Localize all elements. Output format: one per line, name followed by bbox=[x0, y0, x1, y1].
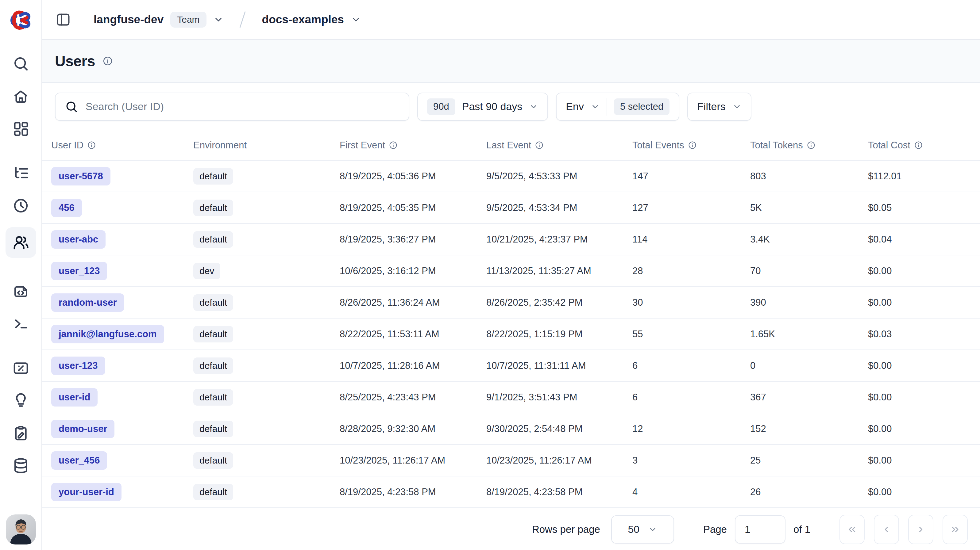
environment-badge: default bbox=[193, 389, 233, 406]
environment-badge: default bbox=[193, 168, 233, 185]
breadcrumb-divider bbox=[239, 11, 245, 28]
info-icon[interactable] bbox=[535, 141, 544, 150]
environment-badge: default bbox=[193, 357, 233, 374]
user-id-badge[interactable]: random-user bbox=[51, 293, 124, 312]
environment-badge: dev bbox=[193, 263, 220, 279]
total-cost-cell: $0.05 bbox=[859, 202, 980, 213]
total-tokens-cell: 803 bbox=[741, 171, 859, 182]
table-body: user-5678 default 8/19/2025, 4:05:36 PM … bbox=[42, 160, 980, 508]
column-header[interactable]: First Event bbox=[331, 140, 477, 151]
tracing-icon[interactable] bbox=[6, 162, 36, 184]
column-header[interactable]: Last Event bbox=[477, 140, 623, 151]
user-id-badge[interactable]: your-user-id bbox=[51, 483, 121, 501]
date-range-button[interactable]: 90d Past 90 days bbox=[417, 93, 548, 121]
org-name: langfuse-dev bbox=[94, 13, 164, 26]
last-event-cell: 9/1/2025, 3:51:43 PM bbox=[477, 392, 623, 403]
user-id-badge[interactable]: user-id bbox=[51, 388, 97, 407]
chevron-down-icon bbox=[529, 102, 538, 111]
environment-badge: default bbox=[193, 200, 233, 216]
user-id-badge[interactable]: user-5678 bbox=[51, 167, 110, 185]
playground-terminal-icon[interactable] bbox=[6, 313, 36, 335]
project-selector[interactable]: docs-examples bbox=[262, 13, 361, 26]
user-id-badge[interactable]: user-abc bbox=[51, 230, 105, 249]
insights-lightbulb-icon[interactable] bbox=[6, 390, 36, 412]
annotation-clipboard-icon[interactable] bbox=[6, 422, 36, 444]
environment-badge: default bbox=[193, 452, 233, 469]
total-cost-cell: $0.00 bbox=[859, 455, 980, 466]
environment-filter-button[interactable]: Env 5 selected bbox=[556, 93, 679, 121]
first-event-cell: 8/26/2025, 11:36:24 AM bbox=[331, 297, 477, 308]
project-name: docs-examples bbox=[262, 13, 344, 26]
table-row[interactable]: user-123 default 10/7/2025, 11:28:16 AM … bbox=[42, 349, 980, 381]
dashboard-icon[interactable] bbox=[6, 118, 36, 140]
total-tokens-cell: 390 bbox=[741, 297, 859, 308]
sidebar-toggle-icon[interactable] bbox=[54, 11, 72, 29]
column-header[interactable]: Total Events bbox=[623, 140, 741, 151]
column-header[interactable]: Total Tokens bbox=[741, 140, 859, 151]
info-icon[interactable] bbox=[389, 141, 398, 150]
user-id-badge[interactable]: user_123 bbox=[51, 262, 107, 280]
date-shortcut-badge: 90d bbox=[427, 98, 455, 115]
prompts-file-code-icon[interactable] bbox=[6, 280, 36, 302]
table-row[interactable]: user-5678 default 8/19/2025, 4:05:36 PM … bbox=[42, 160, 980, 192]
chevrons-right-icon bbox=[950, 524, 961, 535]
user-id-badge[interactable]: user-123 bbox=[51, 357, 105, 375]
total-events-cell: 12 bbox=[623, 423, 741, 434]
sessions-clock-icon[interactable] bbox=[6, 195, 36, 217]
search-icon[interactable] bbox=[6, 53, 36, 75]
table-row[interactable]: your-user-id default 8/19/2025, 4:23:58 … bbox=[42, 476, 980, 507]
langfuse-logo[interactable] bbox=[0, 0, 41, 40]
info-icon[interactable] bbox=[87, 141, 96, 150]
info-icon[interactable] bbox=[807, 141, 816, 150]
environment-badge: default bbox=[193, 294, 233, 311]
user-id-badge[interactable]: user_456 bbox=[51, 451, 107, 470]
table-row[interactable]: jannik@langfuse.com default 8/22/2025, 1… bbox=[42, 318, 980, 349]
last-page-button[interactable] bbox=[943, 515, 968, 544]
table-row[interactable]: user-abc default 8/19/2025, 3:36:27 PM 1… bbox=[42, 223, 980, 255]
chevron-down-icon bbox=[351, 14, 361, 25]
datasets-database-icon[interactable] bbox=[6, 455, 36, 477]
total-cost-cell: $0.00 bbox=[859, 265, 980, 277]
table-row[interactable]: 456 default 8/19/2025, 4:05:35 PM 9/5/20… bbox=[42, 192, 980, 223]
last-event-cell: 10/23/2025, 11:26:17 AM bbox=[477, 455, 623, 466]
home-icon[interactable] bbox=[6, 85, 36, 107]
last-event-cell: 11/13/2025, 11:35:27 AM bbox=[477, 265, 623, 277]
table-row[interactable]: user-id default 8/25/2025, 4:23:43 PM 9/… bbox=[42, 381, 980, 413]
total-cost-cell: $0.04 bbox=[859, 234, 980, 245]
org-badge: Team bbox=[170, 12, 206, 28]
total-cost-cell: $0.03 bbox=[859, 329, 980, 340]
users-icon[interactable] bbox=[6, 227, 36, 258]
total-tokens-cell: 3.4K bbox=[741, 234, 859, 245]
table-row[interactable]: user_123 dev 10/6/2025, 3:16:12 PM 11/13… bbox=[42, 255, 980, 286]
column-header[interactable]: Total Cost bbox=[859, 140, 980, 151]
page-number-input[interactable] bbox=[735, 515, 786, 544]
table-row[interactable]: user_456 default 10/23/2025, 11:26:17 AM… bbox=[42, 444, 980, 476]
filters-button[interactable]: Filters bbox=[687, 93, 751, 121]
user-avatar[interactable] bbox=[6, 514, 36, 544]
total-tokens-cell: 152 bbox=[741, 423, 859, 434]
next-page-button[interactable] bbox=[908, 515, 933, 544]
search-input[interactable] bbox=[86, 101, 399, 113]
first-event-cell: 10/7/2025, 11:28:16 AM bbox=[331, 360, 477, 371]
info-icon[interactable] bbox=[688, 141, 697, 150]
user-id-badge[interactable]: jannik@langfuse.com bbox=[51, 325, 164, 343]
org-selector[interactable]: langfuse-dev Team bbox=[94, 12, 224, 28]
pagination-bar: Rows per page 50 Page of 1 bbox=[42, 508, 980, 550]
filter-bar: 90d Past 90 days Env 5 selected Filters bbox=[42, 83, 980, 130]
rows-per-page-select[interactable]: 50 bbox=[611, 515, 674, 544]
user-id-badge[interactable]: demo-user bbox=[51, 420, 115, 438]
previous-page-button[interactable] bbox=[874, 515, 899, 544]
column-header[interactable]: User ID bbox=[42, 140, 184, 151]
scores-percent-icon[interactable] bbox=[6, 357, 36, 379]
last-event-cell: 10/7/2025, 11:31:11 AM bbox=[477, 360, 623, 371]
info-icon[interactable] bbox=[914, 141, 923, 150]
info-icon[interactable] bbox=[102, 56, 113, 66]
column-header[interactable]: Environment bbox=[184, 140, 331, 151]
total-events-cell: 114 bbox=[623, 234, 741, 245]
user-id-badge[interactable]: 456 bbox=[51, 199, 82, 217]
table-row[interactable]: random-user default 8/26/2025, 11:36:24 … bbox=[42, 286, 980, 318]
first-page-button[interactable] bbox=[840, 515, 865, 544]
total-events-cell: 6 bbox=[623, 360, 741, 371]
table-row[interactable]: demo-user default 8/28/2025, 9:32:30 AM … bbox=[42, 413, 980, 444]
first-event-cell: 8/19/2025, 4:23:58 PM bbox=[331, 487, 477, 498]
